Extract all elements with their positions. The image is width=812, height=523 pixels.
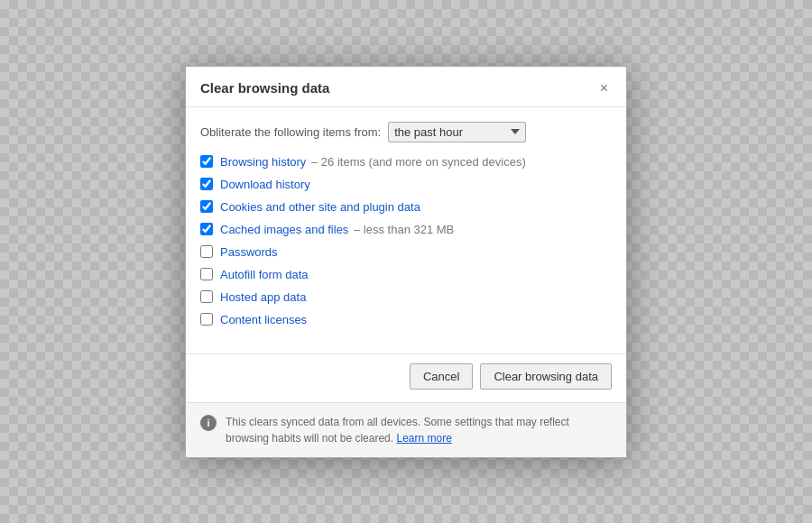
time-range-select[interactable]: the past hour the past day the past week… bbox=[388, 122, 526, 142]
dialog-shadow: Clear browsing data × Obliterate the fol… bbox=[185, 66, 627, 458]
list-item: Cached images and files – less than 321 … bbox=[200, 223, 612, 236]
list-item: Passwords bbox=[200, 245, 612, 259]
list-item: Download history bbox=[200, 178, 612, 191]
browsing-history-label: Browsing history bbox=[220, 155, 306, 169]
list-item: Hosted app data bbox=[200, 290, 612, 304]
content-licenses-checkbox[interactable] bbox=[200, 313, 213, 326]
info-icon: i bbox=[200, 415, 217, 431]
checkbox-list: Browsing history – 26 items (and more on… bbox=[200, 155, 612, 326]
passwords-label: Passwords bbox=[220, 245, 278, 259]
info-bar: i This clears synced data from all devic… bbox=[186, 402, 626, 457]
dialog-footer-buttons: Cancel Clear browsing data bbox=[186, 353, 626, 402]
obliterate-row: Obliterate the following items from: the… bbox=[200, 122, 612, 142]
info-text: This clears synced data from all devices… bbox=[226, 414, 612, 446]
passwords-checkbox[interactable] bbox=[200, 245, 213, 258]
clear-browsing-data-button[interactable]: Clear browsing data bbox=[480, 363, 612, 390]
download-history-label: Download history bbox=[220, 178, 310, 191]
learn-more-link[interactable]: Learn more bbox=[396, 432, 451, 445]
cookies-label: Cookies and other site and plugin data bbox=[220, 200, 420, 214]
cached-images-checkbox[interactable] bbox=[200, 223, 213, 235]
cached-images-label: Cached images and files bbox=[220, 223, 348, 236]
download-history-checkbox[interactable] bbox=[200, 178, 213, 190]
close-button[interactable]: × bbox=[596, 79, 612, 97]
cookies-checkbox[interactable] bbox=[200, 200, 213, 213]
dialog-title: Clear browsing data bbox=[200, 80, 329, 96]
dialog-header: Clear browsing data × bbox=[186, 67, 626, 107]
autofill-label: Autofill form data bbox=[220, 268, 309, 281]
list-item: Cookies and other site and plugin data bbox=[200, 200, 612, 214]
content-licenses-label: Content licenses bbox=[220, 313, 307, 326]
hosted-app-checkbox[interactable] bbox=[200, 290, 213, 303]
browsing-history-checkbox[interactable] bbox=[200, 155, 213, 168]
list-item: Browsing history – 26 items (and more on… bbox=[200, 155, 612, 169]
cancel-button[interactable]: Cancel bbox=[410, 363, 473, 390]
browsing-history-sublabel: – 26 items (and more on synced devices) bbox=[311, 155, 526, 169]
list-item: Content licenses bbox=[200, 313, 612, 326]
dialog-body: Obliterate the following items from: the… bbox=[186, 107, 626, 353]
hosted-app-label: Hosted app data bbox=[220, 290, 306, 304]
obliterate-label: Obliterate the following items from: bbox=[200, 125, 381, 139]
cached-images-sublabel: – less than 321 MB bbox=[354, 223, 454, 236]
autofill-checkbox[interactable] bbox=[200, 268, 213, 280]
list-item: Autofill form data bbox=[200, 268, 612, 281]
clear-browsing-data-dialog: Clear browsing data × Obliterate the fol… bbox=[185, 66, 627, 458]
